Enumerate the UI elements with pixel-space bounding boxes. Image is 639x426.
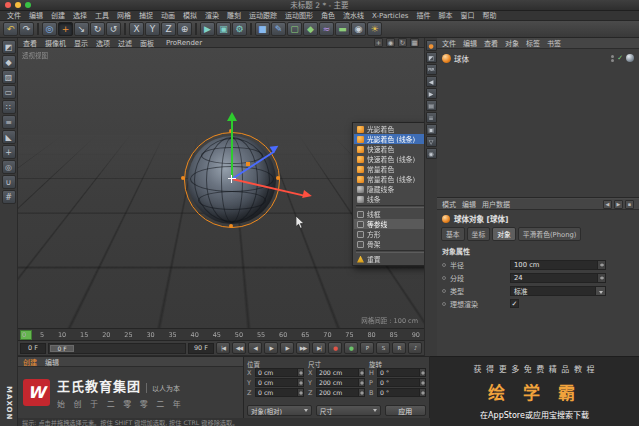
object-manager-menu-item[interactable]: 查看 xyxy=(484,38,498,48)
display-menu-item[interactable]: 光影着色 xyxy=(354,124,424,134)
object-manager-menu-item[interactable]: 编辑 xyxy=(463,38,477,48)
model-mode-icon[interactable]: ◆ xyxy=(2,55,16,69)
record-rotation-button[interactable]: R xyxy=(392,342,406,354)
add-spline-pen-icon[interactable]: ✎ xyxy=(271,22,286,36)
menu-item[interactable]: 帮助 xyxy=(478,11,500,21)
object-manager-menu-item[interactable]: 标签 xyxy=(526,38,540,48)
material-preview-icon[interactable]: ● xyxy=(426,40,437,51)
stepper-icon[interactable] xyxy=(358,369,364,376)
section-object-properties[interactable]: 对象属性 xyxy=(437,243,639,258)
prev-key-button[interactable]: ◀◀ xyxy=(232,342,246,354)
viewport-menu-item[interactable]: 查看 xyxy=(23,38,37,48)
object-manager-menu-item[interactable]: 对象 xyxy=(505,38,519,48)
coordinate-mode-select[interactable]: 对象(相对) xyxy=(247,405,312,416)
redo-icon[interactable]: ↷ xyxy=(19,22,34,36)
scale-handle-bottom[interactable] xyxy=(229,224,233,228)
menu-item[interactable]: 创建 xyxy=(47,11,69,21)
lock-icon[interactable]: ▪ xyxy=(625,200,634,209)
stepper-icon[interactable] xyxy=(597,261,605,269)
display-menu-item[interactable]: 常量着色 xyxy=(354,164,424,174)
editor-visibility-dot[interactable] xyxy=(611,55,614,58)
add-subdivision-surface-icon[interactable]: ▢ xyxy=(287,22,302,36)
keyframe-dot[interactable] xyxy=(442,302,446,306)
keyframe-dot[interactable] xyxy=(442,263,446,267)
size-x-field[interactable]: 200 cm xyxy=(316,368,365,377)
menu-item[interactable]: 捕捉 xyxy=(135,11,157,21)
phong-tag-icon[interactable] xyxy=(626,54,634,62)
attribute-tab[interactable]: 基本 xyxy=(441,227,465,241)
scale-tool-icon[interactable]: ↘ xyxy=(74,22,89,36)
scale-handle-left[interactable] xyxy=(181,176,185,180)
display-menu-item[interactable]: 常量着色 (线条) xyxy=(354,174,424,184)
lock-z-axis-icon[interactable]: Z xyxy=(161,22,176,36)
position-x-field[interactable]: 0 cm xyxy=(255,368,304,377)
add-generator-icon[interactable]: ◆ xyxy=(303,22,318,36)
stepper-icon[interactable] xyxy=(419,379,425,386)
timeline-ruler[interactable]: 051015202530354045505560657075808590 xyxy=(18,328,424,341)
attribute-menu-item[interactable]: 用户数据 xyxy=(482,199,510,209)
viewport-menu-item[interactable]: 显示 xyxy=(74,38,88,48)
menu-item[interactable]: 模拟 xyxy=(179,11,201,21)
play-sound-button[interactable]: ♪ xyxy=(408,342,422,354)
size-y-field[interactable]: 200 cm xyxy=(316,378,365,387)
next-key-button[interactable]: ▶▶ xyxy=(296,342,310,354)
workplane-mode-icon[interactable]: ▭ xyxy=(2,85,16,99)
menu-item[interactable]: 选择 xyxy=(69,11,91,21)
lock-panel-icon[interactable]: ▣ xyxy=(426,124,437,135)
menu-item[interactable]: 角色 xyxy=(317,11,339,21)
rotate-tool-icon[interactable]: ↻ xyxy=(90,22,105,36)
scroll-to-object-icon[interactable]: ▤ xyxy=(426,100,437,111)
live-selection-icon[interactable]: ◎ xyxy=(42,22,57,36)
x-axis-arrowhead-icon[interactable] xyxy=(302,190,313,200)
slider-handle[interactable]: 0 F xyxy=(50,345,74,352)
menu-item[interactable]: 运动跟踪 xyxy=(245,11,281,21)
material-menu-item[interactable]: 创建 xyxy=(23,357,37,367)
add-camera-icon[interactable]: ◉ xyxy=(351,22,366,36)
add-deformer-icon[interactable]: ≈ xyxy=(319,22,334,36)
search-icon[interactable]: ◉ xyxy=(426,148,437,159)
menu-item[interactable]: 网格 xyxy=(113,11,135,21)
reset-psr-icon[interactable]: PSR xyxy=(426,64,437,75)
object-row-sphere[interactable]: 球体 ✓ xyxy=(437,52,639,64)
frame-slider[interactable]: 0 F xyxy=(48,343,186,354)
display-menu-item[interactable]: 隐藏线条 xyxy=(354,184,424,194)
record-keyframe-button[interactable]: ● xyxy=(328,342,342,354)
toggle-panel-icon[interactable]: ▦ xyxy=(410,38,419,47)
position-y-field[interactable]: 0 cm xyxy=(255,378,304,387)
display-menu-item[interactable]: 重置 xyxy=(354,254,424,264)
enable-check-icon[interactable]: ✓ xyxy=(617,54,623,62)
menu-item[interactable]: X-Particles xyxy=(368,11,412,21)
autokey-button[interactable]: ● xyxy=(344,342,358,354)
attribute-menu-item[interactable]: 编辑 xyxy=(462,199,476,209)
display-menu-item[interactable]: 方形 xyxy=(354,229,424,239)
next-frame-button[interactable]: ▶ xyxy=(280,342,294,354)
attribute-tab[interactable]: 坐标 xyxy=(467,227,491,241)
display-menu-item[interactable]: 等参线 xyxy=(354,219,424,229)
stepper-icon[interactable] xyxy=(597,274,605,282)
render-settings-icon[interactable]: ⚙ xyxy=(232,22,247,36)
render-picture-viewer-icon[interactable]: ▣ xyxy=(216,22,231,36)
y-axis-handle[interactable] xyxy=(231,120,233,179)
menu-item[interactable]: 工具 xyxy=(91,11,113,21)
render-visibility-dot[interactable] xyxy=(611,59,614,62)
add-cube-icon[interactable]: ■ xyxy=(255,22,270,36)
prorender-menu[interactable]: ProRender xyxy=(166,39,202,47)
start-frame-field[interactable]: 0 F xyxy=(20,343,46,354)
type-select[interactable]: 标准 xyxy=(510,286,606,296)
keyframe-dot[interactable] xyxy=(442,289,446,293)
add-light-icon[interactable]: ☀ xyxy=(367,22,382,36)
make-editable-icon[interactable]: ◩ xyxy=(2,40,16,54)
apply-button[interactable]: 应用 xyxy=(385,405,426,416)
next-object-icon[interactable]: ▶ xyxy=(426,88,437,99)
rotate-view-icon[interactable]: ↻ xyxy=(398,38,407,47)
menu-item[interactable]: 渲染 xyxy=(201,11,223,21)
render-perfect-checkbox[interactable]: ✓ xyxy=(510,299,519,308)
segments-field[interactable]: 24 xyxy=(510,273,606,283)
record-position-button[interactable]: P xyxy=(360,342,374,354)
stepper-icon[interactable] xyxy=(419,389,425,396)
lock-y-axis-icon[interactable]: Y xyxy=(145,22,160,36)
zoom-view-icon[interactable]: ◉ xyxy=(386,38,395,47)
material-menu-item[interactable]: 编辑 xyxy=(45,357,59,367)
next-button[interactable]: ▶ xyxy=(614,200,623,209)
menu-item[interactable]: 文件 xyxy=(3,11,25,21)
